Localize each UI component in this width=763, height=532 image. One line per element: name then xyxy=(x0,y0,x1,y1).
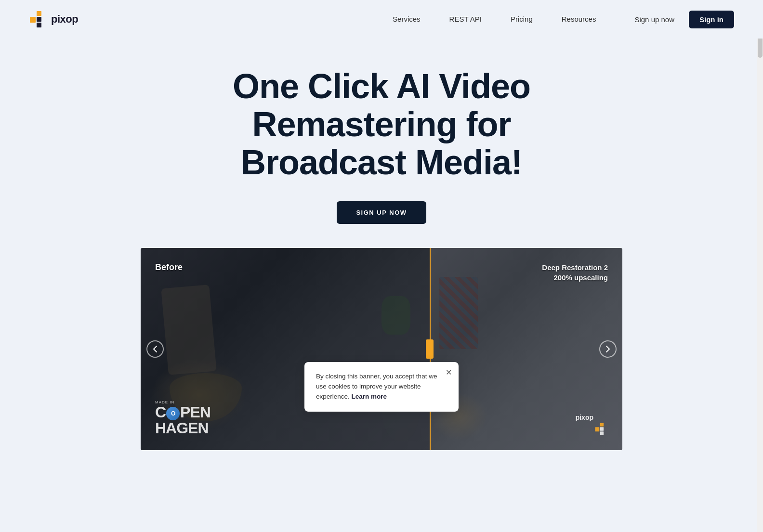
svg-rect-3 xyxy=(37,23,41,27)
carousel-next-button[interactable] xyxy=(599,340,617,358)
after-label: Deep Restoration 2 200% upscaling xyxy=(542,262,608,283)
nav-item-pricing[interactable]: Pricing xyxy=(511,15,533,24)
watermark-logo-icon xyxy=(594,422,608,436)
svg-rect-1 xyxy=(37,11,41,16)
signup-cta-button[interactable]: SIGN UP NOW xyxy=(337,201,426,224)
logo-link[interactable]: pixop xyxy=(29,10,78,28)
nav-auth: Sign up now Sign in xyxy=(634,11,734,28)
nav-item-rest-api[interactable]: REST API xyxy=(449,15,482,24)
nav-item-resources[interactable]: Resources xyxy=(562,15,596,24)
cookie-close-button[interactable]: ✕ xyxy=(446,369,452,376)
svg-rect-2 xyxy=(37,17,41,22)
logo-text: pixop xyxy=(51,13,78,26)
nav-links: Services REST API Pricing Resources xyxy=(393,15,596,24)
carousel-prev-button[interactable] xyxy=(146,340,164,358)
navbar: pixop Services REST API Pricing Resource… xyxy=(0,0,763,39)
sign-up-now-link[interactable]: Sign up now xyxy=(634,15,674,24)
before-label: Before xyxy=(155,262,183,272)
logo-icon xyxy=(29,10,47,28)
cookie-banner: ✕ By closing this banner, you accept tha… xyxy=(304,362,459,412)
comparison-handle[interactable] xyxy=(426,339,434,359)
svg-rect-4 xyxy=(595,427,599,431)
scrollbar[interactable] xyxy=(757,0,763,532)
nav-item-services[interactable]: Services xyxy=(393,15,421,24)
sign-in-button[interactable]: Sign in xyxy=(689,11,734,28)
city-circle-o: O xyxy=(166,407,180,420)
svg-rect-7 xyxy=(600,431,604,435)
learn-more-link[interactable]: Learn more xyxy=(352,393,387,400)
cookie-text: By closing this banner, you accept that … xyxy=(316,372,447,402)
hero-headline: One Click AI Video Remastering for Broad… xyxy=(194,67,569,182)
svg-rect-0 xyxy=(30,17,36,23)
video-comparison: Before Deep Restoration 2 200% upscaling… xyxy=(141,248,622,450)
video-comparison-container: Before Deep Restoration 2 200% upscaling… xyxy=(29,248,734,450)
city-name: COPENHAGEN xyxy=(155,404,210,436)
watermark-logo-text: pixop xyxy=(576,414,593,421)
svg-rect-6 xyxy=(600,427,604,430)
copenhagen-badge: made in COPENHAGEN xyxy=(155,400,210,436)
pixop-watermark: pixop xyxy=(594,422,608,436)
svg-rect-5 xyxy=(600,423,604,426)
hero-section: One Click AI Video Remastering for Broad… xyxy=(0,39,763,248)
